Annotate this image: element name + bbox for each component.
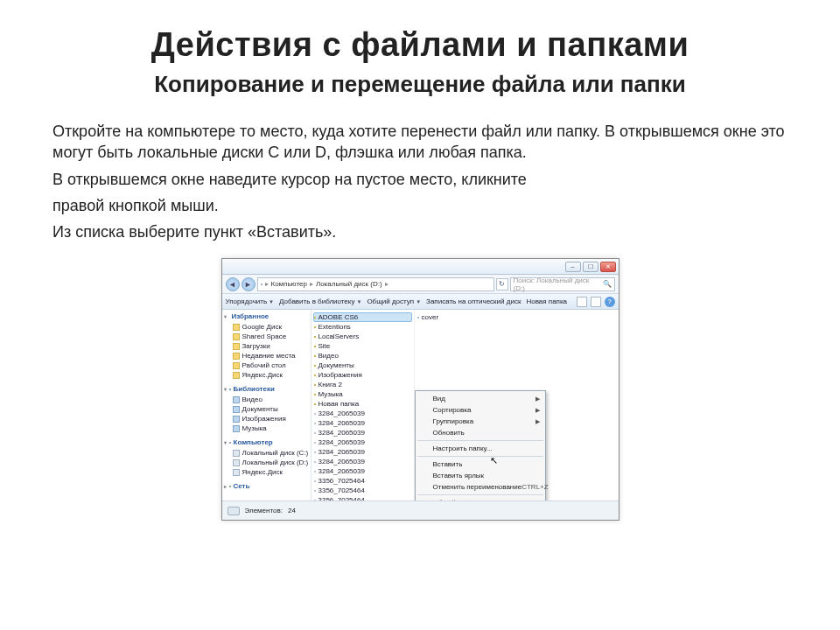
file-item[interactable]: 3284_2065039 bbox=[313, 409, 412, 418]
address-bar[interactable]: ▸ Компьютер ▸ Локальный диск (D:) ▸ bbox=[257, 277, 494, 291]
page-subtitle: Копирование и перемещение файла или папк… bbox=[52, 71, 788, 98]
file-item[interactable]: Музыка bbox=[313, 389, 412, 399]
drive-icon bbox=[228, 507, 240, 515]
instruction-paragraph: Откройте на компьютере то место, куда хо… bbox=[52, 121, 788, 164]
ctx-paste-shortcut[interactable]: Вставить ярлык bbox=[416, 470, 545, 481]
file-item[interactable]: 3284_2065039 bbox=[313, 466, 412, 476]
library-icon bbox=[233, 396, 240, 403]
drive-icon bbox=[261, 284, 262, 285]
drive-icon bbox=[233, 450, 240, 457]
sidebar-group-libraries[interactable]: ▾Библиотеки bbox=[224, 385, 309, 393]
status-count: 24 bbox=[288, 507, 296, 514]
folder-icon bbox=[233, 362, 240, 369]
instruction-paragraph: правой кнопкой мыши. bbox=[52, 195, 788, 216]
view-options-icon[interactable] bbox=[577, 297, 587, 307]
sidebar-item[interactable]: Видео bbox=[224, 395, 309, 404]
sidebar-item[interactable]: Локальный диск (C:) bbox=[224, 448, 309, 458]
file-item[interactable]: Документы bbox=[313, 360, 412, 370]
file-icon bbox=[314, 432, 316, 434]
ctx-paste[interactable]: Вставить bbox=[416, 458, 545, 470]
sidebar-item[interactable]: Google Диск bbox=[224, 322, 309, 332]
file-item[interactable]: 3284_2065039 bbox=[313, 447, 412, 457]
status-label: Элементов: bbox=[245, 507, 283, 514]
ctx-sort[interactable]: Сортировка▶ bbox=[416, 404, 545, 416]
sidebar-item[interactable]: Рабочий стол bbox=[224, 360, 309, 370]
sidebar-item[interactable]: Локальный диск (D:) bbox=[224, 458, 309, 467]
back-button[interactable]: ◄ bbox=[226, 277, 240, 291]
file-icon bbox=[314, 452, 316, 453]
file-item[interactable]: Изображения bbox=[313, 370, 412, 380]
file-icon bbox=[314, 461, 316, 463]
navigation-row: ◄ ► ▸ Компьютер ▸ Локальный диск (D:) ▸ … bbox=[222, 275, 619, 294]
folder-icon bbox=[314, 326, 316, 328]
file-icon bbox=[314, 471, 316, 472]
maximize-button[interactable]: ☐ bbox=[583, 262, 598, 272]
sidebar-item[interactable]: Яндекс.Диск bbox=[224, 370, 309, 380]
ctx-view[interactable]: Вид▶ bbox=[416, 393, 545, 404]
file-item[interactable]: Extentions bbox=[313, 322, 412, 332]
ctx-undo[interactable]: Отменить переименованиеCTRL+Z bbox=[416, 481, 545, 493]
folder-icon bbox=[233, 343, 240, 350]
file-icon bbox=[314, 413, 316, 415]
burn-button[interactable]: Записать на оптический диск bbox=[426, 298, 521, 305]
file-item[interactable]: 3284_2065039 bbox=[313, 438, 412, 447]
ctx-group[interactable]: Группировка▶ bbox=[416, 416, 545, 427]
file-item[interactable]: Новая папка bbox=[313, 399, 412, 409]
file-item[interactable]: Site bbox=[313, 341, 412, 351]
breadcrumb-segment[interactable]: Локальный диск (D:) bbox=[316, 280, 382, 288]
close-button[interactable]: ✕ bbox=[600, 262, 616, 272]
breadcrumb-segment[interactable]: Компьютер bbox=[271, 280, 307, 288]
organize-button[interactable]: Упорядочить▼ bbox=[226, 298, 275, 305]
sidebar-item[interactable]: Изображения bbox=[224, 414, 309, 424]
sidebar-item[interactable]: Документы bbox=[224, 404, 309, 414]
sidebar-item[interactable]: Shared Space bbox=[224, 332, 309, 341]
minimize-button[interactable]: – bbox=[565, 262, 581, 272]
folder-icon bbox=[314, 336, 316, 338]
file-item[interactable]: LocalServers bbox=[313, 332, 412, 341]
sidebar-group-favorites[interactable]: ▾Избранное bbox=[224, 312, 309, 320]
file-item[interactable]: 3284_2065039 bbox=[313, 428, 412, 438]
sidebar-group-computer[interactable]: ▾Компьютер bbox=[224, 438, 309, 446]
file-item[interactable]: 3356_7025464 bbox=[313, 476, 412, 486]
file-item[interactable]: Книга 2 bbox=[313, 380, 412, 389]
new-folder-button[interactable]: Новая папка bbox=[526, 298, 567, 305]
ctx-customize[interactable]: Настроить папку... bbox=[416, 443, 545, 454]
file-item[interactable]: 3284_2065039 bbox=[313, 457, 412, 466]
share-button[interactable]: Общий доступ▼ bbox=[367, 298, 421, 305]
file-item[interactable]: Видео bbox=[313, 351, 412, 360]
file-icon bbox=[314, 423, 316, 424]
sidebar-item[interactable]: Недавние места bbox=[224, 351, 309, 360]
search-placeholder: Поиск: Локальный диск (D:) bbox=[514, 276, 603, 292]
sidebar-item[interactable]: Яндекс.Диск bbox=[224, 467, 309, 477]
help-icon[interactable]: ? bbox=[605, 297, 615, 307]
file-list-column-1[interactable]: ADOBE CS6 Extentions LocalServers Site В… bbox=[312, 310, 415, 500]
forward-button[interactable]: ► bbox=[242, 277, 256, 291]
sidebar-group-network[interactable]: ▸Сеть bbox=[224, 482, 309, 490]
sidebar-item[interactable]: Музыка bbox=[224, 424, 309, 433]
folder-icon bbox=[314, 384, 316, 386]
file-item[interactable]: 3356_7025464 bbox=[313, 486, 412, 495]
refresh-button[interactable]: ↻ bbox=[496, 278, 508, 290]
folder-icon bbox=[314, 374, 316, 376]
file-item[interactable]: 3284_2065039 bbox=[313, 418, 412, 428]
folder-icon bbox=[233, 324, 240, 331]
ctx-refresh[interactable]: Обновить bbox=[416, 427, 545, 438]
separator bbox=[417, 494, 543, 495]
library-icon bbox=[233, 416, 240, 423]
folder-icon bbox=[314, 365, 316, 367]
add-to-library-button[interactable]: Добавить в библиотеку▼ bbox=[279, 298, 361, 305]
computer-icon bbox=[229, 442, 231, 444]
folder-icon bbox=[233, 353, 240, 360]
window-titlebar[interactable]: – ☐ ✕ bbox=[222, 259, 619, 275]
file-item[interactable]: cover bbox=[416, 312, 617, 322]
preview-pane-icon[interactable] bbox=[591, 297, 601, 307]
drive-icon bbox=[233, 469, 240, 476]
file-item-selected[interactable]: ADOBE CS6 bbox=[313, 312, 412, 322]
separator bbox=[417, 440, 543, 441]
ctx-share-access[interactable]: Общий доступ▶ bbox=[416, 497, 545, 500]
folder-icon bbox=[233, 333, 240, 340]
page-title: Действия с файлами и папками bbox=[52, 26, 788, 64]
sidebar-item[interactable]: Загрузки bbox=[224, 341, 309, 351]
file-list-column-2[interactable]: cover Вид▶ Сортировка▶ Группировка▶ Обно… bbox=[415, 310, 619, 500]
search-input[interactable]: Поиск: Локальный диск (D:) 🔍 bbox=[510, 277, 615, 291]
